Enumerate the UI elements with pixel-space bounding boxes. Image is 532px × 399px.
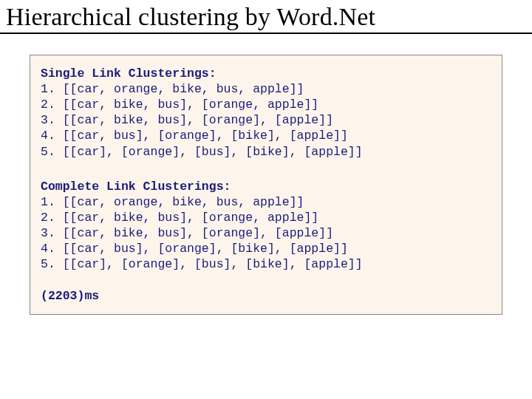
- list-item: 4. [[car, bus], [orange], [bike], [apple…: [41, 241, 491, 256]
- output-panel: Single Link Clusterings: 1. [[car, orang…: [30, 55, 502, 315]
- section-heading-complete: Complete Link Clusterings:: [41, 179, 491, 194]
- list-item: 5. [[car], [orange], [bus], [bike], [app…: [41, 144, 491, 160]
- list-item: 1. [[car, orange, bike, bus, apple]]: [41, 194, 491, 210]
- section-heading-single: Single Link Clusterings:: [41, 66, 491, 81]
- list-item: 2. [[car, bike, bus], [orange, apple]]: [41, 210, 491, 225]
- list-item: 1. [[car, orange, bike, bus, apple]]: [41, 81, 491, 97]
- list-item: 2. [[car, bike, bus], [orange, apple]]: [41, 97, 491, 112]
- list-item: 4. [[car, bus], [orange], [bike], [apple…: [41, 128, 491, 143]
- timing-label: (2203)ms: [41, 288, 491, 304]
- list-item: 5. [[car], [orange], [bus], [bike], [app…: [41, 256, 491, 272]
- page-title: Hierarchical clustering by Word.Net: [0, 0, 532, 34]
- list-item: 3. [[car, bike, bus], [orange], [apple]]: [41, 112, 491, 128]
- list-item: 3. [[car, bike, bus], [orange], [apple]]: [41, 225, 491, 241]
